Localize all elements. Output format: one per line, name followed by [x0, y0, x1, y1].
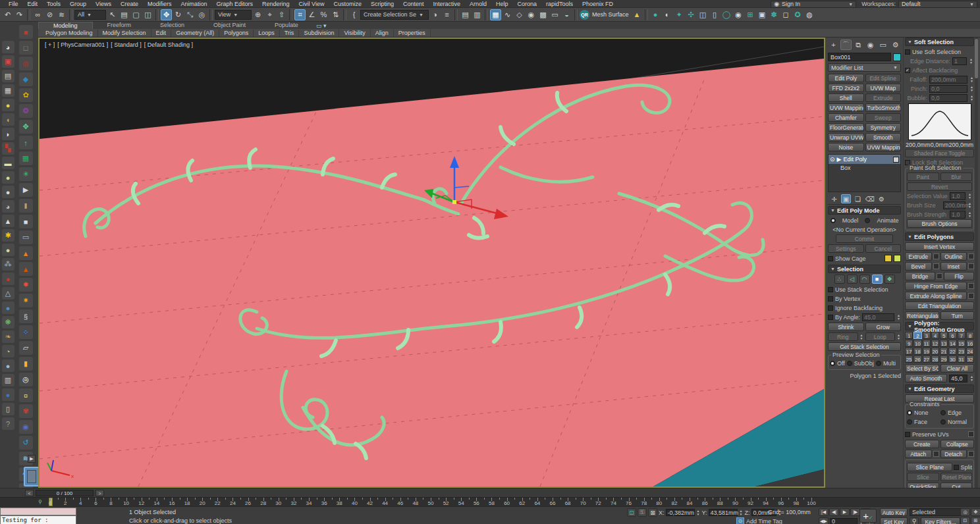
- bubble-field[interactable]: 0,0: [929, 94, 967, 102]
- tab-display[interactable]: ▭: [877, 39, 888, 50]
- selection-lock-icon[interactable]: ⚿: [638, 508, 647, 517]
- coord-system-dropdown[interactable]: View▼: [215, 10, 252, 20]
- modifier-button-edit-spline[interactable]: Edit Spline: [865, 74, 902, 82]
- loop-button[interactable]: Loop: [865, 332, 896, 341]
- spreadsheet-icon[interactable]: ▦: [2, 84, 14, 97]
- bridge-settings-icon[interactable]: [937, 273, 942, 279]
- auto-smooth-button[interactable]: Auto Smooth: [905, 374, 947, 382]
- spinner-icon[interactable]: ▲▼: [969, 76, 974, 84]
- inset-button[interactable]: Inset: [940, 262, 967, 271]
- preview-multi-radio[interactable]: [876, 361, 881, 366]
- named-sets-dropdown[interactable]: Create Selection Se▼: [360, 10, 429, 20]
- select-by-name-icon[interactable]: ▤: [119, 9, 130, 20]
- burst2-icon[interactable]: ✹: [19, 278, 33, 292]
- gear-object-icon[interactable]: ✽: [769, 9, 780, 20]
- collapse-button[interactable]: Collapse: [940, 440, 975, 448]
- preserve-uvs-settings-icon[interactable]: [968, 431, 974, 437]
- time-slider[interactable]: 0 / 100: [36, 490, 94, 496]
- ribbon-panel-properties[interactable]: Properties: [394, 30, 431, 37]
- spinner-icon[interactable]: ▲▼: [967, 201, 972, 209]
- ribbon-panel-modify-selection[interactable]: Modify Selection: [98, 30, 151, 37]
- modifier-button-ffd-2x2x2[interactable]: FFD 2x2x2: [828, 84, 864, 92]
- green-arrows-icon[interactable]: ✥: [19, 120, 33, 134]
- smoothing-group-6[interactable]: 6: [948, 332, 956, 339]
- render-window-icon[interactable]: ▣: [2, 55, 14, 68]
- y-field[interactable]: 43,581mm: [709, 509, 738, 516]
- menu-civil-view[interactable]: Civil View: [294, 1, 329, 7]
- rollout-header[interactable]: ▼ Soft Selection: [905, 38, 974, 46]
- paint-button[interactable]: Paint: [907, 172, 939, 181]
- smoothing-group-9[interactable]: 9: [905, 340, 913, 347]
- slice-button[interactable]: Slice: [907, 473, 939, 481]
- plus-object-icon[interactable]: ⊞: [745, 9, 756, 20]
- brush-size-field[interactable]: 200,0mm: [943, 201, 966, 209]
- ribbon-display-toggle-icon[interactable]: ▭ ▾: [313, 22, 330, 29]
- split-checkbox[interactable]: [954, 465, 959, 470]
- use-soft-selection-checkbox[interactable]: [905, 49, 910, 55]
- by-angle-field[interactable]: 45,0: [862, 313, 894, 321]
- bulb-object-icon[interactable]: ◍: [804, 9, 815, 20]
- play-animation-icon[interactable]: ▶: [840, 508, 850, 516]
- vertex-mode-icon[interactable]: ∴: [834, 275, 845, 284]
- rollout-header[interactable]: ▼ Selection: [828, 265, 901, 273]
- render-icon[interactable]: ◒: [561, 9, 572, 20]
- constraint-face-radio[interactable]: [907, 419, 912, 425]
- maxscript-listener-input[interactable]: Testing for :: [0, 515, 76, 524]
- modifier-button-symmetry[interactable]: Symmetry: [865, 123, 902, 132]
- by-vertex-checkbox[interactable]: [828, 296, 833, 301]
- time-tag-icon[interactable]: ⊙: [736, 517, 744, 524]
- ribbon-panel-polygons[interactable]: Polygons: [219, 30, 254, 37]
- zoom-region-icon[interactable]: ⊞: [971, 517, 980, 524]
- slice-plane-button[interactable]: Slice Plane: [907, 463, 952, 471]
- clear-all-button[interactable]: Clear All: [940, 364, 975, 373]
- constraint-edge-radio[interactable]: [940, 410, 946, 415]
- panel-scrollbar[interactable]: [975, 38, 978, 488]
- menu-phoenix-fd[interactable]: Phoenix FD: [578, 1, 618, 7]
- snaps-toggle-icon[interactable]: ⌗: [294, 9, 306, 20]
- menu-views[interactable]: Views: [91, 1, 116, 7]
- grow-button[interactable]: Grow: [865, 323, 902, 331]
- extrude-settings-icon[interactable]: [933, 253, 939, 259]
- beer-icon[interactable]: ▮: [19, 357, 33, 371]
- reset-plane-button[interactable]: Reset Plane: [940, 473, 973, 481]
- smoothing-group-4[interactable]: 4: [931, 332, 939, 339]
- polygon-mode-icon[interactable]: ■: [872, 275, 883, 284]
- tab-motion[interactable]: ◉: [865, 39, 877, 50]
- moon-icon[interactable]: ◗: [2, 128, 14, 140]
- insert-vertex-button[interactable]: Insert Vertex: [905, 242, 974, 251]
- menu-animation[interactable]: Animation: [176, 1, 211, 7]
- sun-positioner-icon[interactable]: ✦: [674, 9, 685, 20]
- create-key-button[interactable]: +✓: [859, 509, 877, 523]
- green-grid-icon[interactable]: ▦: [19, 151, 33, 165]
- menu-corona[interactable]: Corona: [513, 1, 542, 7]
- globe-icon[interactable]: ●: [2, 301, 14, 314]
- selection-filter-dropdown[interactable]: All▼: [74, 10, 106, 20]
- isolate-selection-icon[interactable]: ⊡: [627, 508, 636, 517]
- smoothing-group-11[interactable]: 11: [923, 340, 931, 347]
- pyramid-icon[interactable]: △: [2, 287, 14, 300]
- gears-icon[interactable]: ✿: [19, 88, 33, 102]
- maxscript-listener-output[interactable]: [0, 508, 76, 515]
- spinner-icon[interactable]: ▲▼: [969, 94, 974, 102]
- cage-selected-color-swatch[interactable]: [894, 255, 901, 262]
- ignore-backfacing-checkbox[interactable]: [828, 305, 833, 311]
- smoothing-group-17[interactable]: 17: [905, 348, 913, 355]
- smoothing-group-14[interactable]: 14: [948, 340, 956, 347]
- outline-settings-icon[interactable]: [968, 253, 974, 259]
- viewport-label[interactable]: [ + ] [ PhysCamera001 ] [ Standard ] [ D…: [45, 41, 193, 48]
- tab-modify[interactable]: ⌒: [840, 39, 852, 50]
- spinner-icon[interactable]: ▲▼: [896, 313, 901, 321]
- select-and-move-icon[interactable]: ✥: [161, 9, 172, 20]
- make-unique-icon[interactable]: ❏: [853, 194, 863, 203]
- play-icon[interactable]: ▶: [19, 183, 33, 197]
- extrude-button[interactable]: Extrude: [905, 252, 932, 261]
- ribbon-panel-visibility[interactable]: Visibility: [339, 30, 370, 37]
- rollout-header[interactable]: ▼ Edit Geometry: [905, 384, 974, 393]
- border-mode-icon[interactable]: ◠: [859, 275, 870, 284]
- by-angle-checkbox[interactable]: [828, 315, 833, 320]
- blur-button[interactable]: Blur: [940, 172, 973, 181]
- tab-create[interactable]: +: [828, 39, 839, 50]
- detach-button[interactable]: Detach: [940, 450, 967, 458]
- workspace-dropdown[interactable]: Default ▼: [898, 1, 977, 8]
- bevel-settings-icon[interactable]: [933, 263, 939, 269]
